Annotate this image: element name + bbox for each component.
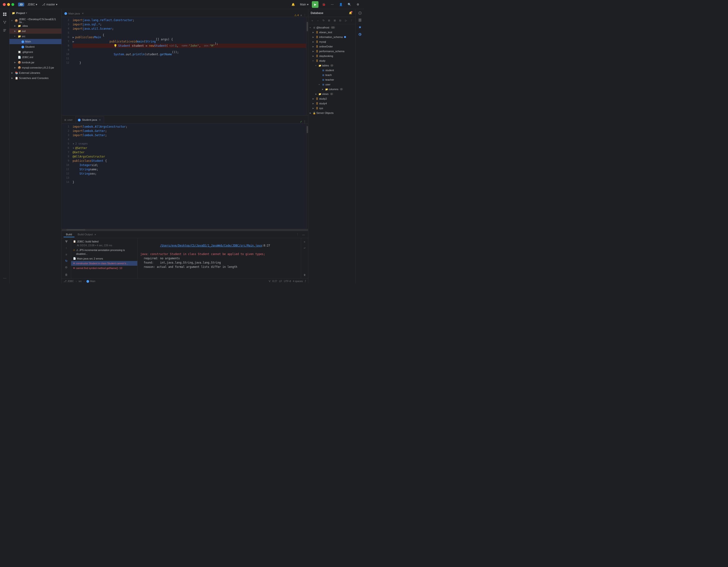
- tree-item-student[interactable]: ⬤ Student: [9, 44, 61, 49]
- list-button[interactable]: ≡: [63, 252, 69, 257]
- project-view-button[interactable]: [1, 11, 8, 18]
- run-config-selector[interactable]: Main ▾: [299, 2, 310, 7]
- db-item-sys[interactable]: ▶ 🗄 sys: [308, 106, 355, 110]
- build-item-main-errors[interactable]: 📄 Main.java src 2 errors: [71, 256, 137, 261]
- db-notification-button[interactable]: 🔔: [348, 10, 353, 16]
- settings-button[interactable]: ⚙: [355, 1, 361, 8]
- more-options-button[interactable]: ⋯: [329, 1, 336, 8]
- tree-item-out[interactable]: ▶ 📁 out: [9, 28, 61, 34]
- tree-item-external-libs[interactable]: ▶ 📚 External Libraries: [9, 70, 61, 75]
- panel-options-button[interactable]: ⋮: [295, 232, 300, 237]
- build-item-jps-warn[interactable]: ⚠ ⚠ JPS incremental annotation processin…: [71, 248, 137, 256]
- run-button[interactable]: ▶: [312, 1, 318, 8]
- db-item-perf-schema[interactable]: ▶ 🗄 performance_schema: [308, 49, 355, 54]
- tab-build-output[interactable]: Build Output ✕: [75, 232, 99, 237]
- tab-user[interactable]: ⊞ user: [62, 116, 75, 123]
- db-item-study2[interactable]: ▶ 🗄 study2: [308, 96, 355, 101]
- editor-scrollbar-track[interactable]: [306, 124, 308, 229]
- status-line-ending[interactable]: LF: [279, 280, 282, 282]
- db-item-columns-folder[interactable]: ▶ 📁 columns 2: [308, 87, 355, 92]
- status-indent[interactable]: 4 spaces: [293, 280, 303, 282]
- db-columns-button[interactable]: ⊟: [338, 18, 343, 23]
- close-button[interactable]: [3, 3, 6, 6]
- tab-close-button[interactable]: ✕: [94, 233, 96, 236]
- db-ai-button2[interactable]: [357, 31, 363, 37]
- editor-horizontal-scrollbar[interactable]: [62, 229, 308, 231]
- db-ai-button[interactable]: [357, 24, 363, 30]
- file-link[interactable]: /Users/eve/Desktop/CS/JavaEE/1_JavaWeb/C…: [160, 244, 262, 247]
- db-item-localhost[interactable]: ▾ 🖥 @localhost 10: [308, 25, 355, 30]
- db-item-ebean[interactable]: ▶ 🗄 ebean_test: [308, 30, 355, 35]
- db-item-user-table[interactable]: ▾ ⊞ user: [308, 82, 355, 87]
- db-more-button[interactable]: ⋮: [349, 18, 354, 23]
- expand-button[interactable]: ∧: [300, 14, 302, 17]
- search-button[interactable]: 🔍: [346, 1, 353, 8]
- build-item-getname-err[interactable]: ⊗ cannot find symbol method getName() :1…: [71, 266, 137, 270]
- status-vcs[interactable]: ⎇ JDBC: [64, 280, 74, 282]
- tree-item-src[interactable]: ▾ 📁 src: [9, 34, 61, 39]
- more-button[interactable]: ⋮: [303, 120, 306, 123]
- status-position[interactable]: 8:27: [272, 280, 277, 282]
- db-item-teach-table[interactable]: ⊞ teach: [308, 73, 355, 77]
- editor-scrollbar-track[interactable]: [306, 17, 308, 115]
- debug-button[interactable]: 🐞: [320, 1, 327, 8]
- tree-item-idea[interactable]: ▶ 📁 .idea: [9, 23, 61, 28]
- tree-item-iml[interactable]: 📄 JDBC.iml: [9, 55, 61, 60]
- structure-button[interactable]: [1, 27, 8, 34]
- main-java-editor[interactable]: 2345 6789 101112 import java.lang.reflec…: [62, 17, 308, 115]
- branch-selector[interactable]: ⎇ master ▾: [41, 2, 59, 7]
- tree-item-main[interactable]: ⬤ Main: [9, 39, 61, 44]
- profile-button[interactable]: 👤: [337, 1, 344, 8]
- build-item-failed[interactable]: 📋 JDBC: build failed At 3/2/24, 23:08 • …: [71, 239, 137, 248]
- status-share-button[interactable]: ⤴: [305, 280, 306, 282]
- filter-button[interactable]: [63, 239, 69, 244]
- db-item-mysql[interactable]: ▶ 🗄 mysql: [308, 39, 355, 44]
- tree-item-gitignore[interactable]: 🔲 .gitignore: [9, 49, 61, 55]
- db-tree-container[interactable]: ▾ 🖥 @localhost 10 ▶ 🗄 ebean_test ▶ 🗄 inf…: [308, 24, 355, 284]
- filter-output-button[interactable]: ≡: [302, 239, 307, 244]
- tab-build[interactable]: Build: [64, 232, 74, 237]
- clear-output-button[interactable]: 🗑: [302, 272, 307, 277]
- db-item-study4[interactable]: ▶ 🗄 study4: [308, 101, 355, 106]
- tab-close-button[interactable]: ✕: [98, 118, 101, 121]
- sync-button[interactable]: ↻: [63, 258, 69, 263]
- db-item-online-order[interactable]: ▶ 🗄 onlineOrder: [308, 44, 355, 49]
- db-item-views-folder[interactable]: ▶ 📁 views 2: [308, 92, 355, 96]
- db-item-server-objects[interactable]: ▶ 🔒 Server Objects: [308, 110, 355, 115]
- db-filter-button[interactable]: ▷: [343, 18, 349, 23]
- db-item-student-table[interactable]: ⊞ student: [308, 68, 355, 73]
- notifications-button[interactable]: 🔔: [290, 1, 297, 8]
- tab-student-java[interactable]: ⬤ Student.java ✕: [75, 116, 104, 123]
- build-item-constructor-err[interactable]: ⊗ constructor Student in class Student c…: [71, 261, 137, 266]
- db-add-button[interactable]: +: [310, 18, 315, 23]
- db-item-teacher-table[interactable]: ⊞ teacher: [308, 77, 355, 82]
- db-item-staybooking[interactable]: ▶ 🗄 staybooking: [308, 54, 355, 58]
- tree-item-jdbc-root[interactable]: ▾ 📦 JDBC ~/Desktop/CS/JavaEE/1 Ja...: [9, 18, 61, 23]
- vcs-button[interactable]: [1, 19, 8, 26]
- wrap-button[interactable]: ↵: [302, 245, 307, 250]
- db-refresh-button[interactable]: ↻: [321, 18, 326, 23]
- db-panel-top-button[interactable]: [357, 10, 363, 16]
- db-item-tables-folder[interactable]: ▾ 📁 tables 4: [308, 63, 355, 68]
- student-java-editor[interactable]: 12345 678910 11121314 import lombok.AllA…: [62, 124, 308, 229]
- file-tree-container[interactable]: ▾ 📦 JDBC ~/Desktop/CS/JavaEE/1 Ja... ▶ 📁…: [9, 17, 61, 284]
- tree-item-scratches[interactable]: ▶ 📋 Scratches and Consoles: [9, 75, 61, 81]
- db-schema-button[interactable]: [357, 17, 363, 23]
- tab-close-button[interactable]: ✕: [81, 12, 84, 15]
- status-encoding[interactable]: UTF-8: [284, 280, 291, 282]
- db-query-button[interactable]: ⊠: [332, 18, 337, 23]
- maximize-button[interactable]: [11, 3, 14, 6]
- minimize-button[interactable]: [7, 3, 10, 6]
- delete-button[interactable]: 🗑: [63, 272, 69, 277]
- more-tools-button[interactable]: ⋯: [1, 275, 8, 281]
- tab-main-java[interactable]: ⬤ Main.java ✕: [62, 10, 87, 17]
- db-item-study[interactable]: ▾ 🗄 study: [308, 58, 355, 63]
- status-class[interactable]: ⬤ Main: [86, 280, 95, 282]
- db-export-button[interactable]: ⊞: [327, 18, 332, 23]
- scroll-top-button[interactable]: ↑: [63, 245, 69, 251]
- db-item-info-schema[interactable]: ▶ 🗄 information_schema: [308, 35, 355, 39]
- more-button[interactable]: ⋮: [304, 14, 306, 17]
- build-list[interactable]: 📋 JDBC: build failed At 3/2/24, 23:08 • …: [71, 238, 138, 278]
- panel-minimize-button[interactable]: —: [301, 232, 306, 237]
- settings-button[interactable]: ⚙: [63, 264, 69, 270]
